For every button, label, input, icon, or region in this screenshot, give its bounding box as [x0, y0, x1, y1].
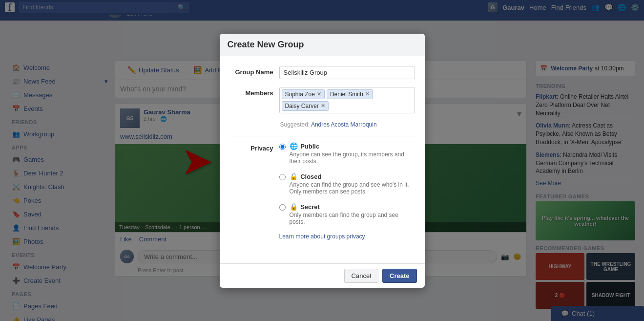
- suggested-row: Suggested: Andres Acosta Marroquin: [229, 121, 415, 128]
- privacy-public-name-row: 🌐 Public: [290, 142, 415, 150]
- members-row: Members Sophia Zoe ✕ Deniel Smith ✕ Dais…: [229, 87, 415, 113]
- members-box: Sophia Zoe ✕ Deniel Smith ✕ Daisy Carver…: [279, 87, 415, 113]
- modal-header: Create New Group: [220, 34, 425, 56]
- public-icon: 🌐: [290, 142, 298, 150]
- member-tag-deniel: Deniel Smith ✕: [327, 89, 373, 99]
- modal-footer: Cancel Create: [220, 263, 425, 288]
- remove-deniel-button[interactable]: ✕: [365, 91, 370, 97]
- privacy-section: Privacy 🌐 Public Anyone can see the grou…: [229, 142, 415, 254]
- privacy-radio-secret[interactable]: [279, 204, 286, 211]
- create-button[interactable]: Create: [382, 269, 416, 283]
- group-name-row: Group Name: [229, 66, 415, 79]
- member-tag-daisy: Daisy Carver ✕: [282, 101, 329, 111]
- modal-overlay[interactable]: Create New Group Group Name Members Soph…: [0, 0, 644, 321]
- privacy-radio-closed[interactable]: [279, 174, 286, 180]
- modal-divider: [229, 136, 415, 136]
- privacy-public-name: Public: [300, 143, 319, 150]
- privacy-secret-name: Secret: [300, 203, 320, 211]
- privacy-closed-name: Closed: [300, 173, 321, 180]
- privacy-option-closed: 🔒 Closed Anyone can find the group and s…: [279, 172, 415, 195]
- privacy-public-details: 🌐 Public Anyone can see the group, its m…: [290, 142, 415, 165]
- member-name-deniel: Deniel Smith: [330, 91, 363, 98]
- suggested-label: Suggested:: [280, 121, 310, 128]
- closed-icon: 🔒: [290, 172, 298, 180]
- members-label: Members: [229, 87, 273, 97]
- member-name-sophia: Sophia Zoe: [285, 91, 315, 98]
- privacy-label: Privacy: [229, 142, 273, 152]
- privacy-closed-details: 🔒 Closed Anyone can find the group and s…: [290, 172, 415, 195]
- privacy-closed-desc: Anyone can find the group and see who's …: [290, 181, 415, 195]
- privacy-secret-details: 🔒 Secret Only members can find the group…: [290, 203, 415, 225]
- privacy-option-public: 🌐 Public Anyone can see the group, its m…: [279, 142, 415, 165]
- remove-sophia-button[interactable]: ✕: [317, 91, 321, 97]
- privacy-secret-name-row: 🔒 Secret: [290, 203, 415, 211]
- create-group-modal: Create New Group Group Name Members Soph…: [220, 34, 425, 288]
- secret-icon: 🔒: [290, 203, 298, 211]
- privacy-option-secret: 🔒 Secret Only members can find the group…: [279, 203, 415, 225]
- member-tag-sophia: Sophia Zoe ✕: [282, 89, 325, 99]
- privacy-row: Privacy 🌐 Public Anyone can see the grou…: [229, 142, 415, 240]
- privacy-public-desc: Anyone can see the group, its members an…: [290, 151, 415, 165]
- privacy-closed-name-row: 🔒 Closed: [290, 172, 415, 180]
- group-name-label: Group Name: [229, 66, 273, 76]
- privacy-secret-desc: Only members can find the group and see …: [290, 212, 415, 225]
- modal-title: Create New Group: [228, 40, 304, 50]
- group-name-input[interactable]: [279, 66, 415, 79]
- cancel-button[interactable]: Cancel: [344, 269, 378, 283]
- modal-body: Group Name Members Sophia Zoe ✕ Deniel S…: [220, 56, 425, 263]
- privacy-options: 🌐 Public Anyone can see the group, its m…: [279, 142, 415, 240]
- privacy-learn-link[interactable]: Learn more about groups privacy: [279, 233, 415, 240]
- remove-daisy-button[interactable]: ✕: [321, 103, 325, 109]
- suggested-person-link[interactable]: Andres Acosta Marroquin: [311, 121, 377, 128]
- privacy-radio-public[interactable]: [279, 144, 286, 150]
- member-name-daisy: Daisy Carver: [285, 103, 319, 109]
